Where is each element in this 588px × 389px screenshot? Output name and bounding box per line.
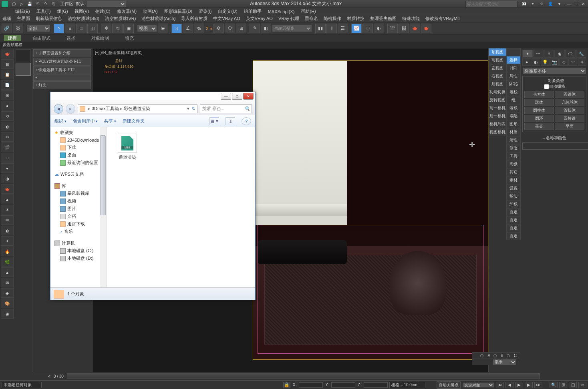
x-input[interactable]	[299, 382, 323, 388]
render-icon[interactable]: 🫖	[410, 24, 420, 33]
nav-forward-button[interactable]: ►	[66, 104, 75, 114]
hierarchy-tab-icon[interactable]: ⫲	[544, 50, 554, 58]
align-icon[interactable]: ⫴	[326, 24, 337, 33]
auto-grid-check[interactable]: 自动栅格	[524, 84, 584, 89]
menu-item[interactable]: 创建(C)	[92, 8, 113, 14]
motion-tab-icon[interactable]: ◉	[554, 50, 565, 58]
menu-item[interactable]: 图形编辑器(D)	[161, 8, 195, 14]
left-tool-icon[interactable]: 🌿	[1, 257, 14, 267]
left-tool-icon[interactable]: 📄	[1, 80, 14, 90]
share-menu[interactable]: 共享	[104, 118, 116, 124]
view-label[interactable]: 功能切换	[489, 88, 506, 96]
named-sel-icon[interactable]: ◧	[261, 24, 271, 33]
layers-icon[interactable]: ☰	[338, 24, 348, 33]
ribbon-tab[interactable]: 选择	[62, 35, 79, 41]
extra-label[interactable]: 修改	[506, 144, 521, 152]
window-crossing-icon[interactable]: ◫	[87, 24, 98, 33]
primitive-button[interactable]: 管状体	[555, 107, 584, 114]
menu-item[interactable]: 组(G)	[54, 8, 71, 14]
object-name-input[interactable]	[522, 142, 588, 150]
extra-label[interactable]: 自定	[506, 224, 521, 232]
menu2-item[interactable]: 导入所有材质	[179, 16, 209, 22]
organize-menu[interactable]: 组织	[54, 118, 66, 124]
scope-select[interactable]: 全部	[26, 25, 50, 32]
rotate-tool-icon[interactable]: ⟲	[112, 24, 123, 33]
geometry-cat-icon[interactable]: ●	[522, 58, 531, 66]
menu-item[interactable]: 动画(A)	[140, 8, 161, 14]
menu2-item[interactable]: 特殊功能	[401, 16, 421, 22]
sidebar-item[interactable]: 暴风影视库	[54, 190, 106, 197]
menu2-item[interactable]: 重命名	[303, 16, 320, 22]
dialog-close-button[interactable]: ✕	[243, 93, 254, 100]
left-tool-icon[interactable]: ▲	[1, 194, 14, 204]
menu-item[interactable]: 自定义(U)	[215, 8, 240, 14]
command-rollout[interactable]: 快速选择工具条 F12	[33, 66, 91, 74]
extra-label[interactable]: 工具	[506, 152, 521, 160]
view-sublabel[interactable]: 组	[506, 96, 521, 104]
left-tool-icon[interactable]: ◑	[1, 174, 14, 183]
save-icon[interactable]: 💾	[26, 1, 33, 7]
open-icon[interactable]: ▷	[18, 1, 25, 7]
new-folder-button[interactable]: 新建文件夹	[123, 118, 145, 124]
extra-label[interactable]: 高级	[506, 160, 521, 168]
move-tool-icon[interactable]: ✥	[101, 24, 111, 33]
link-tool-icon[interactable]: 🔗	[2, 24, 12, 33]
primitive-button[interactable]: 四棱锥	[555, 115, 584, 122]
extra-label[interactable]: 帮助	[506, 192, 521, 200]
binoculars-icon[interactable]: 👀	[520, 1, 528, 7]
unit-select[interactable]: 毫米	[493, 359, 517, 365]
extra-label[interactable]: 其它	[506, 168, 521, 176]
key-filter-select[interactable]: 选定对象	[462, 382, 494, 388]
command-rollout[interactable]: UI界面设置和介绍	[33, 49, 91, 57]
create-tab-icon[interactable]: ✦	[522, 50, 533, 58]
file-list[interactable]: MSE 通道渲染	[107, 127, 255, 287]
close-button[interactable]: ✕	[580, 1, 586, 7]
snap-grid-icon[interactable]: ⊞	[236, 24, 246, 33]
lock-icon[interactable]: 🔒	[283, 382, 290, 388]
modify-tab-icon[interactable]: 〰	[533, 50, 544, 58]
primitive-button[interactable]: 圆柱体	[524, 107, 554, 114]
percent-snap-icon[interactable]: %	[194, 24, 204, 33]
menu2-item[interactable]: VRay 代理	[277, 16, 301, 22]
ribbon-tab[interactable]: 对象绘制	[87, 35, 113, 41]
cameras-cat-icon[interactable]: 📷	[550, 58, 559, 66]
left-tool-icon[interactable]: ●	[1, 101, 14, 110]
ribbon-tab[interactable]: 建模	[4, 35, 21, 41]
play-icon[interactable]: ▶	[515, 382, 523, 388]
left-tool-icon[interactable]: ◉	[1, 309, 14, 319]
primitive-button[interactable]: 圆环	[524, 115, 554, 122]
view-label[interactable]: 顶视图	[489, 48, 506, 56]
refresh-icon[interactable]: ↻	[192, 106, 195, 111]
snap-3d-icon[interactable]: 3	[171, 24, 182, 33]
auto-key-button[interactable]: 自动关键点	[437, 381, 461, 389]
redo-icon[interactable]: ↷	[42, 1, 49, 7]
left-tool-icon[interactable]: 🔥	[1, 247, 14, 256]
z-input[interactable]	[364, 382, 388, 388]
extra-label[interactable]: 设置	[506, 184, 521, 192]
wand-icon[interactable]: ✦	[529, 1, 536, 7]
primitive-button[interactable]: 几何球体	[555, 99, 584, 106]
view-sublabel[interactable]: 塌陷	[506, 112, 521, 120]
primitive-button[interactable]: 长方体	[524, 91, 554, 98]
lights-cat-icon[interactable]: 💡	[541, 58, 550, 66]
left-tool-icon[interactable]: 🫖	[1, 49, 14, 58]
named-selection-select[interactable]: 创建选择集	[272, 25, 312, 32]
pivot-icon[interactable]: ◉	[158, 24, 168, 33]
breadcrumb[interactable]: ▸ 3Dmax工具箱 ▸ 彩色通道渲染 ▾ ↻	[78, 104, 197, 113]
view-label[interactable]: 视图相机	[489, 128, 506, 136]
sidebar-item[interactable]: ♪音乐	[54, 228, 106, 235]
view-label[interactable]: 左视图	[489, 64, 506, 72]
maximize-button[interactable]: □	[573, 1, 579, 7]
sidebar-item[interactable]: 视频	[54, 197, 106, 205]
left-tool-icon[interactable]: ●	[1, 163, 14, 173]
menu-item[interactable]: 渲染(I)	[195, 8, 215, 14]
sidebar-item[interactable]: 本地磁盘 (D:)	[54, 255, 106, 262]
track-a[interactable]: A	[487, 353, 490, 358]
extra-label[interactable]: 清理	[506, 136, 521, 144]
snap-toggle-icon[interactable]: ⬡	[225, 24, 235, 33]
star-icon[interactable]: ☆	[538, 1, 545, 7]
view-sublabel[interactable]: 堆栈	[506, 88, 521, 96]
left-tool-icon[interactable]: 🫖	[1, 184, 14, 194]
mirror-icon[interactable]: ▮▮	[315, 24, 326, 33]
left-tool-icon[interactable]: 👁	[1, 215, 14, 225]
